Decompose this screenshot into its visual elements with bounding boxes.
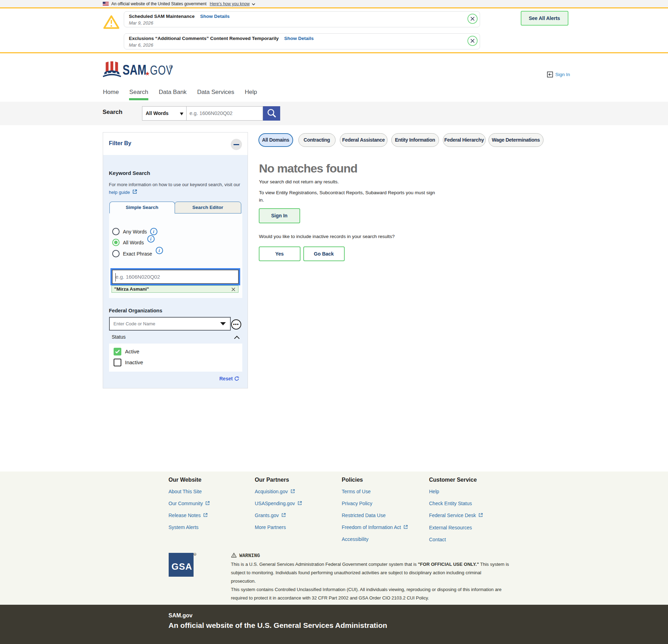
svg-text:R: R: [194, 554, 196, 556]
svg-text:SAM: SAM: [122, 62, 146, 78]
svg-text:GSA: GSA: [171, 561, 192, 572]
svg-text:R: R: [170, 66, 172, 68]
svg-text:GOV: GOV: [150, 63, 173, 77]
